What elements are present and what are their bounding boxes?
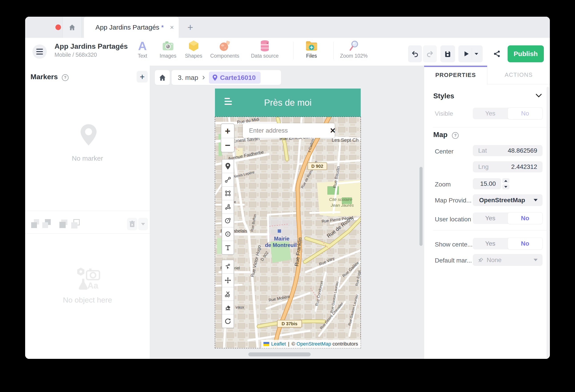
properties-scrollbar[interactable] bbox=[547, 87, 549, 359]
send-backward-icon[interactable] bbox=[71, 219, 81, 229]
tab-properties[interactable]: PROPERTIES bbox=[424, 66, 487, 84]
tool-shapes[interactable]: Shapes bbox=[178, 40, 209, 59]
map-tiles: Rue du MidiRue Ernest SavartRue Ernest S… bbox=[215, 117, 361, 348]
no-marker-text: No marker bbox=[25, 155, 150, 162]
draw-text-button[interactable] bbox=[222, 241, 234, 254]
zoom-in-button[interactable]: + bbox=[221, 124, 234, 138]
cut-layers-button[interactable] bbox=[222, 287, 234, 301]
search-close-icon[interactable]: ✕ bbox=[330, 126, 336, 135]
bring-forward-icon[interactable] bbox=[59, 219, 69, 229]
default-marker-caret bbox=[534, 259, 538, 261]
tool-components[interactable]: Components bbox=[209, 40, 240, 59]
osm-link[interactable]: OpenStreetMap bbox=[297, 341, 331, 347]
save-icon bbox=[444, 50, 452, 58]
leaflet-link[interactable]: Leaflet bbox=[271, 341, 286, 347]
tab-actions[interactable]: ACTIONS bbox=[487, 66, 550, 84]
toolbar-separator bbox=[333, 42, 334, 59]
zoom-increment-button[interactable] bbox=[502, 178, 509, 183]
home-icon bbox=[68, 23, 76, 31]
map-section-title: Map ? bbox=[433, 131, 459, 139]
pushpin-icon bbox=[478, 257, 483, 263]
canvas-horizontal-scrollbar[interactable] bbox=[248, 352, 311, 356]
map-edit-toolbar bbox=[222, 260, 234, 328]
add-marker-button[interactable]: + bbox=[137, 71, 148, 83]
main-toolbar: App Jardins Partagés Mobile / 568x320 A … bbox=[25, 38, 550, 66]
map-provider-dropdown[interactable]: OpenStreetMap bbox=[473, 194, 543, 206]
show-center-yes-option[interactable]: Yes bbox=[473, 238, 508, 249]
address-search-input[interactable] bbox=[249, 127, 330, 134]
map-street-label: Mairie bbox=[274, 236, 289, 242]
menu-button[interactable] bbox=[32, 45, 47, 59]
user-location-no-option[interactable]: No bbox=[507, 212, 543, 224]
default-marker-dropdown[interactable]: None bbox=[473, 254, 543, 266]
map-pin-icon bbox=[212, 74, 218, 81]
map-help-icon[interactable]: ? bbox=[452, 132, 459, 139]
road-badge-text: D 902 bbox=[311, 164, 323, 169]
trash-icon bbox=[129, 220, 136, 228]
undo-button[interactable] bbox=[408, 46, 422, 62]
unsaved-indicator: * bbox=[161, 23, 164, 31]
draw-polygon-button[interactable] bbox=[222, 200, 234, 214]
editor-tab[interactable]: App Jardins Partagés * × bbox=[84, 17, 179, 38]
breadcrumb-home-button[interactable] bbox=[155, 70, 170, 85]
lat-field[interactable]: Lat48.862569 bbox=[473, 145, 543, 156]
share-button[interactable] bbox=[490, 46, 504, 62]
breadcrumb-page[interactable]: 3. map bbox=[178, 74, 198, 81]
chevron-down-icon[interactable] bbox=[535, 93, 542, 98]
map-street-label: Les Sept Ch bbox=[332, 137, 359, 143]
map-component[interactable]: Rue du MidiRue Ernest SavartRue Ernest S… bbox=[215, 117, 361, 348]
ukraine-flag-icon bbox=[264, 342, 269, 346]
delete-object-button[interactable] bbox=[127, 218, 137, 230]
home-tab-button[interactable] bbox=[63, 17, 82, 38]
tool-zoom[interactable]: Zoom 102% bbox=[336, 40, 372, 59]
canvas-vertical-scrollbar[interactable] bbox=[419, 167, 423, 246]
visible-no-option[interactable]: No bbox=[507, 107, 543, 119]
zoom-out-button[interactable]: − bbox=[221, 138, 234, 152]
preview-dropdown-caret[interactable] bbox=[475, 53, 478, 55]
visible-yes-option[interactable]: Yes bbox=[473, 108, 508, 119]
breadcrumb-component-chip[interactable]: Carte16010 bbox=[209, 72, 261, 84]
markers-panel: Markers ? + No marker bbox=[25, 66, 150, 359]
provider-dropdown-caret bbox=[534, 199, 538, 201]
draw-rectangle-button[interactable] bbox=[222, 187, 234, 200]
erase-layers-button[interactable] bbox=[222, 301, 234, 314]
edit-vertices-button[interactable] bbox=[222, 260, 234, 274]
publish-button[interactable]: Publish bbox=[507, 46, 544, 62]
save-button[interactable] bbox=[440, 46, 455, 62]
map-provider-label: Map Provid... bbox=[435, 197, 472, 204]
tool-files[interactable]: Files bbox=[296, 40, 327, 59]
delete-options-button[interactable] bbox=[138, 218, 148, 230]
hexagon-icon bbox=[178, 40, 209, 52]
zoom-label: Zoom bbox=[435, 181, 451, 188]
no-object-text: No object here bbox=[25, 296, 150, 304]
tab-close-icon[interactable]: × bbox=[170, 23, 174, 31]
user-location-label: User location bbox=[435, 216, 471, 223]
editor-canvas[interactable]: 3. map › Carte16010 Près de moi bbox=[150, 66, 424, 359]
markers-help-icon[interactable]: ? bbox=[62, 74, 69, 81]
tool-data-source[interactable]: Data source bbox=[249, 40, 280, 59]
zoom-value: 15.00 bbox=[480, 180, 496, 187]
user-location-yes-option[interactable]: Yes bbox=[473, 212, 508, 224]
app-subtitle: Mobile / 568x320 bbox=[54, 52, 97, 58]
phone-app-header: Près de moi bbox=[215, 89, 361, 117]
send-to-back-icon[interactable] bbox=[42, 219, 52, 229]
zoom-decrement-button[interactable] bbox=[502, 184, 509, 189]
draw-polyline-button[interactable] bbox=[222, 173, 234, 187]
draw-circle-button[interactable] bbox=[222, 214, 234, 227]
draw-circle-marker-button[interactable] bbox=[222, 227, 234, 241]
preview-button-group[interactable] bbox=[458, 46, 483, 62]
new-tab-button[interactable]: + bbox=[184, 17, 197, 38]
show-center-no-option[interactable]: No bbox=[507, 238, 543, 250]
redo-button[interactable] bbox=[423, 46, 437, 62]
play-icon bbox=[463, 50, 470, 57]
rotate-layers-button[interactable] bbox=[222, 314, 234, 328]
show-center-toggle: Yes No bbox=[473, 238, 543, 249]
default-marker-label: Default mar... bbox=[435, 257, 472, 264]
bring-to-front-icon[interactable] bbox=[31, 219, 41, 229]
traffic-light-close[interactable] bbox=[55, 24, 61, 30]
draw-marker-button[interactable] bbox=[222, 160, 234, 173]
drag-layers-button[interactable] bbox=[222, 274, 234, 287]
lng-field[interactable]: Lng2.442312 bbox=[473, 161, 543, 172]
zoom-field[interactable]: 15.00 bbox=[473, 178, 501, 189]
breadcrumb: 3. map › Carte16010 bbox=[171, 70, 281, 85]
